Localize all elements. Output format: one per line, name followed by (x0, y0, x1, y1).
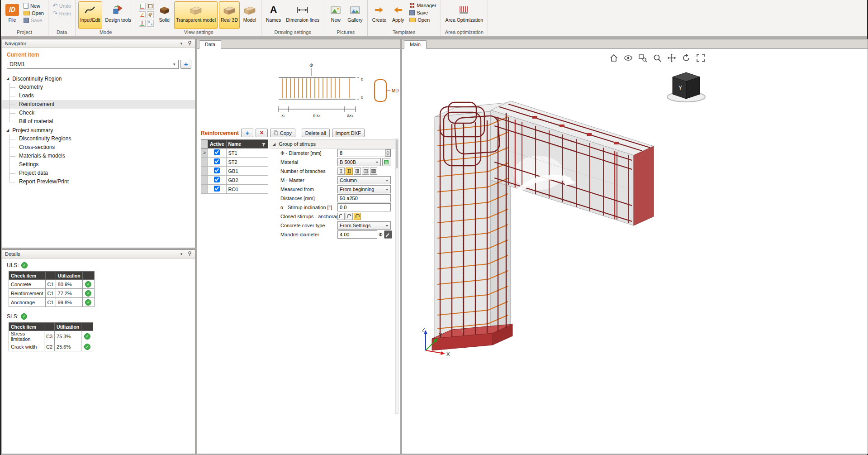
new-button[interactable]: New (22, 2, 45, 9)
spinner-up-icon[interactable]: ▲ (385, 149, 390, 153)
tree-item-geometry[interactable]: Geometry (2, 83, 195, 91)
tree-item-materials-models[interactable]: Materials & models (2, 152, 195, 160)
group-of-stirrups-header[interactable]: ◢ Group of stirrups (270, 139, 396, 148)
master-select[interactable]: Column▼ (337, 176, 391, 184)
import-dxf-button[interactable]: Import DXF (332, 129, 365, 137)
branches-1-button[interactable] (337, 168, 345, 175)
anchorage-hook-2-button[interactable] (346, 213, 353, 220)
active-checkbox[interactable] (214, 168, 220, 173)
tree-item-project-data[interactable]: Project data (2, 169, 195, 177)
table-row[interactable]: GB2 (201, 176, 268, 185)
table-row[interactable]: > ST1 (201, 148, 268, 158)
scrollbar-thumb[interactable] (396, 139, 398, 168)
table-row[interactable]: Anchorage C1 99.8% ✓ (9, 298, 95, 307)
axes-toggle-icon[interactable] (139, 3, 146, 10)
table-row[interactable]: Reinforcement C1 77.2% ✓ (9, 289, 95, 298)
anchorage-hook-1-button[interactable] (337, 213, 345, 220)
edit-material-button[interactable] (382, 158, 390, 166)
rotate-button[interactable] (681, 53, 692, 63)
table-row[interactable]: ST2 (201, 158, 268, 167)
branches-2-button[interactable] (346, 168, 353, 175)
table-row[interactable]: GB1 (201, 167, 268, 176)
branches-5-button[interactable] (370, 168, 377, 175)
grid-toggle-icon[interactable] (147, 20, 154, 27)
gallery-button[interactable]: Gallery (346, 1, 364, 29)
collapse-icon[interactable]: ◢ (273, 142, 275, 146)
tree-item-loads[interactable]: Loads (2, 91, 195, 100)
active-checkbox[interactable] (214, 186, 220, 192)
dimension-lines-button[interactable]: Dimension lines (284, 1, 321, 29)
pin-icon[interactable] (187, 41, 192, 47)
diameter-input[interactable] (337, 149, 391, 157)
tree-item-reinforcement[interactable]: Reinforcement (2, 100, 195, 109)
tab-main[interactable]: Main (404, 40, 427, 49)
pan-button[interactable] (666, 53, 677, 63)
view-visibility-button[interactable] (623, 53, 634, 63)
axes-toggle-icon[interactable] (139, 11, 146, 18)
chevron-down-icon[interactable]: ▾ (179, 41, 184, 46)
mandrel-input[interactable] (337, 230, 377, 239)
3d-viewport[interactable]: Y Z Y X (402, 49, 868, 454)
solid-view-button[interactable]: Solid (156, 1, 173, 29)
input-edit-button[interactable]: Input/Edit (78, 1, 102, 29)
edit-mandrel-button[interactable] (384, 230, 392, 239)
tree-item-report-preview-print[interactable]: Report Preview/Print (2, 177, 195, 186)
tree-item-project-summary[interactable]: ◢Project summary (2, 126, 195, 134)
template-save-button[interactable]: Save (408, 10, 437, 16)
table-row[interactable]: Stress limitation C3 75.3% ✓ (9, 331, 93, 342)
real-3d-button[interactable]: Real 3D (219, 1, 240, 29)
delete-all-button[interactable]: Delete all (302, 129, 330, 137)
add-item-button[interactable]: + (180, 60, 191, 69)
table-row[interactable]: Concrete C1 80.9% ✓ (9, 280, 95, 289)
zoom-button[interactable] (652, 53, 663, 63)
tree-expander-icon[interactable]: ◢ (6, 77, 9, 81)
tree-item-discontinuity-region[interactable]: ◢Discontinuity Region (2, 74, 195, 83)
copy-button[interactable]: Copy (270, 129, 295, 137)
template-manager-button[interactable]: Manager (408, 2, 437, 9)
filter-funnel-icon[interactable] (261, 143, 266, 147)
active-checkbox[interactable] (214, 177, 220, 182)
template-open-button[interactable]: Open (408, 17, 437, 23)
branches-3-button[interactable] (354, 168, 361, 175)
new-picture-button[interactable]: New (327, 1, 344, 29)
table-row[interactable]: RO1 (201, 185, 268, 194)
active-checkbox[interactable] (214, 158, 220, 164)
box-toggle-icon[interactable] (147, 3, 154, 10)
create-template-button[interactable]: Create (370, 1, 389, 29)
open-button[interactable]: Open (22, 10, 45, 16)
active-checkbox[interactable] (214, 149, 220, 155)
fullscreen-button[interactable] (695, 53, 706, 63)
cover-type-select[interactable]: From Settings▼ (337, 221, 391, 230)
distances-input[interactable] (337, 194, 391, 202)
branches-4-button[interactable] (362, 168, 369, 175)
tree-item-bill-of-material[interactable]: Bill of material (2, 117, 195, 126)
area-optimization-button[interactable]: Area Optimization (444, 1, 485, 29)
chevron-down-icon[interactable]: ▾ (179, 252, 184, 256)
properties-scrollbar[interactable] (395, 139, 398, 414)
tree-expander-icon[interactable]: ◢ (6, 128, 9, 132)
measured-from-select[interactable]: From beginning▼ (337, 185, 391, 193)
inclination-input[interactable] (337, 203, 391, 211)
design-tools-button[interactable]: Design tools (104, 1, 133, 29)
navigation-cube[interactable]: Y (664, 66, 709, 105)
tree-item-settings[interactable]: Settings (2, 160, 195, 169)
model-view-button[interactable]: Model (241, 1, 258, 29)
current-item-select[interactable]: DRM1 ▼ (7, 60, 179, 69)
material-select[interactable]: B 500B▼ (337, 158, 381, 166)
tree-item-check[interactable]: Check (2, 109, 195, 117)
table-row[interactable]: Crack width C2 25.6% ✓ (9, 342, 93, 351)
file-button[interactable]: ID File (4, 1, 21, 29)
transparent-model-button[interactable]: Transparent model (174, 1, 218, 29)
zoom-window-button[interactable] (637, 53, 648, 63)
tree-item-discontinuity-regions[interactable]: Discontinuity Regions (2, 134, 195, 143)
save-button[interactable]: Save (22, 17, 45, 24)
home-view-button[interactable] (608, 53, 619, 63)
tab-data[interactable]: Data (199, 40, 221, 49)
tree-item-cross-sections[interactable]: Cross-sections (2, 143, 195, 152)
undo-button[interactable]: ↶Undo (51, 2, 72, 9)
anchorage-closed-button[interactable] (354, 213, 361, 220)
names-button[interactable]: A Names (264, 1, 283, 29)
spinner-down-icon[interactable]: ▼ (385, 153, 390, 157)
add-reinforcement-button[interactable]: + (241, 129, 253, 137)
box-toggle-icon[interactable] (147, 11, 154, 18)
